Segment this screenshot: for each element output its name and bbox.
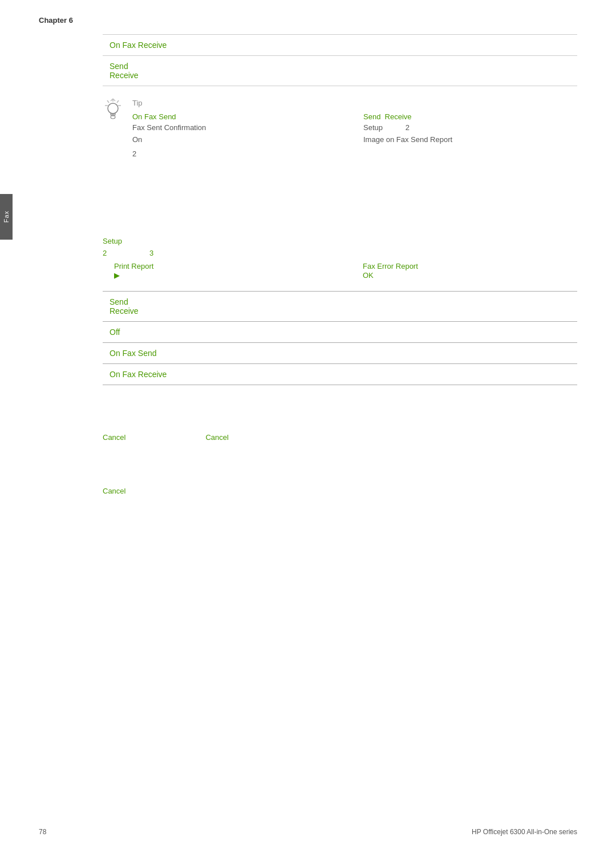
product-name: HP Officejet 6300 All-in-One series — [472, 828, 577, 836]
setup-step-row: Setup — [103, 237, 577, 245]
step-2-num: 2 — [103, 249, 112, 257]
spacer-1 — [103, 174, 577, 220]
option-off[interactable]: Off — [110, 328, 120, 337]
table-row: SendReceive — [103, 292, 577, 322]
tip-content: Tip On Fax Send Fax Sent ConfirmationOn … — [132, 98, 577, 159]
main-content: On Fax Receive SendReceive — [103, 34, 577, 501]
tip-icon — [103, 98, 125, 126]
tip-box: Tip On Fax Send Fax Sent ConfirmationOn … — [103, 94, 577, 163]
cancel-section-1: Cancel Cancel — [103, 433, 577, 442]
setup-label: Setup — [103, 237, 122, 245]
tip-step-num-right: Send Receive — [363, 112, 412, 121]
table-row: On Fax Receive — [103, 364, 577, 385]
option-on-fax-receive[interactable]: On Fax Receive — [110, 370, 167, 379]
svg-line-4 — [117, 100, 119, 103]
tip-step-text-right: Setup 2Image on Fax Send Report — [363, 123, 452, 144]
tip-step-num-left: On Fax Send — [132, 112, 176, 121]
menu-item-on-fax-receive[interactable]: On Fax Receive — [110, 41, 167, 50]
tip-label: Tip — [132, 98, 577, 109]
tip-columns: On Fax Send Fax Sent ConfirmationOn Send… — [132, 111, 577, 146]
tip-col-left: On Fax Send Fax Sent ConfirmationOn — [132, 111, 346, 146]
arrow-icon: ▶ — [114, 271, 120, 280]
side-tab-label: Fax — [3, 211, 10, 223]
fax-error-ok-value: OK — [363, 271, 374, 280]
step-block-columns: Print Report ▶ Fax Error Report OK — [114, 262, 577, 280]
table-row: On Fax Receive — [103, 35, 577, 56]
step-col-left: Print Report ▶ — [114, 262, 329, 280]
print-report-label: Print Report — [114, 262, 329, 270]
tip-step-num-bottom: 2 — [132, 148, 577, 160]
cancel-section-2: Cancel — [103, 486, 577, 495]
fax-error-report-label: Fax Error Report — [363, 262, 577, 270]
page-container: Fax Chapter 6 On Fax Receive SendReceive — [0, 0, 616, 853]
cancel-button-1[interactable]: Cancel — [103, 433, 125, 442]
steps-section: Setup 2 3 Print Report ▶ Fax Error Repor… — [103, 237, 577, 280]
table-row: On Fax Send — [103, 343, 577, 364]
svg-line-3 — [107, 100, 109, 103]
svg-point-7 — [108, 103, 118, 114]
tip-step-text-left: Fax Sent ConfirmationOn — [132, 123, 206, 144]
top-menu-table: On Fax Receive SendReceive — [103, 34, 577, 86]
step-2-row: 2 3 — [103, 249, 577, 257]
side-tab: Fax — [0, 194, 13, 240]
lightbulb-icon — [103, 98, 123, 124]
spacer-3 — [103, 447, 577, 470]
menu-item-send-receive[interactable]: SendReceive — [110, 62, 139, 80]
chapter-heading: Chapter 6 — [39, 16, 73, 25]
cancel-button-2[interactable]: Cancel — [205, 433, 228, 442]
spacer-2 — [103, 394, 577, 417]
cancel-button-3[interactable]: Cancel — [103, 487, 125, 495]
page-number: 78 — [39, 828, 46, 836]
options-table: SendReceive Off On Fax Send On Fax Recei… — [103, 291, 577, 385]
footer: 78 HP Officejet 6300 All-in-One series — [39, 828, 577, 836]
option-send-receive[interactable]: SendReceive — [110, 297, 139, 316]
tip-col-right: Send Receive Setup 2Image on Fax Send Re… — [363, 111, 577, 146]
option-on-fax-send[interactable]: On Fax Send — [110, 349, 157, 358]
table-row: SendReceive — [103, 56, 577, 86]
table-row: Off — [103, 322, 577, 343]
step-3-num: 3 — [149, 249, 153, 257]
step-col-right: Fax Error Report OK — [363, 262, 577, 280]
